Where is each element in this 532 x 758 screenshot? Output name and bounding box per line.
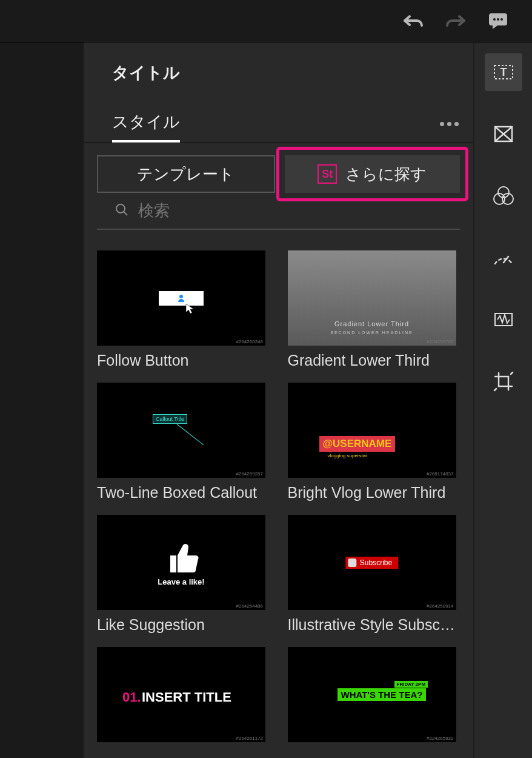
redo-icon[interactable]: [445, 12, 467, 31]
undo-icon[interactable]: [402, 12, 424, 31]
thumb-text: Subscribe: [345, 557, 398, 569]
rail-speed-icon[interactable]: [485, 239, 522, 277]
rail-transition-icon[interactable]: [485, 115, 522, 153]
comment-icon[interactable]: [487, 12, 509, 31]
template-card[interactable]: Leave a like! #264254486 Like Suggestion: [97, 515, 265, 634]
template-label: Gradient Lower Third: [288, 352, 456, 369]
template-id: #264258914: [427, 603, 454, 609]
rail-color-icon[interactable]: [485, 177, 522, 215]
template-label: Follow Button: [97, 352, 265, 369]
thumb-text: Gradient Lower Third: [288, 320, 456, 327]
templates-button[interactable]: テンプレート: [97, 155, 275, 193]
template-id: #264254486: [236, 603, 264, 609]
template-card[interactable]: #264260248 Follow Button: [97, 250, 265, 369]
thumb-text: @USERNAME: [319, 436, 396, 452]
template-card[interactable]: 01. INSERT TITLE #264261172: [97, 647, 265, 748]
thumb-text: vlogging superstar: [328, 453, 367, 458]
template-id: #264261172: [236, 736, 264, 741]
template-label: Bright Vlog Lower Third: [288, 484, 456, 501]
svg-point-3: [500, 18, 503, 21]
top-bar: [0, 0, 532, 42]
rail-audio-icon[interactable]: [485, 301, 522, 338]
rail-crop-icon[interactable]: [485, 363, 522, 400]
svg-point-2: [497, 18, 499, 21]
svg-point-1: [493, 18, 496, 21]
templates-grid: #264260248 Follow Button Gradient Lower …: [84, 230, 473, 748]
right-rail: T: [474, 42, 532, 758]
template-id: #268174837: [427, 471, 454, 477]
titles-panel: タイトル スタイル テンプレート St さらに探す: [84, 42, 474, 758]
template-label: Like Suggestion: [97, 616, 265, 634]
template-id: #224265930: [427, 736, 454, 741]
template-card[interactable]: Gradient Lower Third SECOND LOWER HEADLI…: [288, 250, 456, 369]
thumb-text: Leave a like!: [158, 577, 204, 586]
template-card[interactable]: Subscribe #264258914 Illustrative Style …: [288, 515, 456, 634]
panel-title: タイトル: [84, 62, 473, 84]
more-icon[interactable]: [440, 122, 459, 132]
svg-line-5: [124, 212, 127, 215]
search-icon: [115, 203, 128, 219]
thumb-text: FRIDAY 2PM: [394, 681, 428, 688]
tab-style[interactable]: スタイル: [112, 111, 180, 143]
find-more-label: さらに探す: [345, 164, 427, 185]
find-more-button[interactable]: St さらに探す: [285, 155, 461, 193]
template-id: #224259763: [427, 339, 454, 344]
template-label: Illustrative Style Subscribe: [288, 616, 456, 634]
search-input[interactable]: [138, 201, 447, 220]
thumb-text: INSERT TITLE: [142, 689, 231, 705]
template-id: #264259287: [236, 471, 264, 477]
template-card[interactable]: Callout Title #264259287 Two-Line Boxed …: [97, 383, 265, 501]
template-card[interactable]: FRIDAY 2PM WHAT'S THE TEA? #224265930: [288, 647, 456, 748]
template-id: #264260248: [236, 339, 264, 344]
svg-point-6: [179, 295, 183, 298]
thumb-text: 01.: [122, 689, 141, 705]
stock-badge-icon: St: [318, 164, 337, 184]
svg-point-4: [116, 204, 125, 213]
template-card[interactable]: @USERNAME vlogging superstar #268174837 …: [288, 383, 456, 501]
thumb-text: Callout Title: [153, 414, 187, 424]
template-label: Two-Line Boxed Callout: [97, 484, 265, 501]
rail-text-icon[interactable]: T: [485, 53, 522, 91]
thumb-text: WHAT'S THE TEA?: [337, 688, 427, 701]
thumb-text: SECOND LOWER HEADLINE: [288, 330, 456, 335]
svg-text:T: T: [500, 66, 507, 78]
